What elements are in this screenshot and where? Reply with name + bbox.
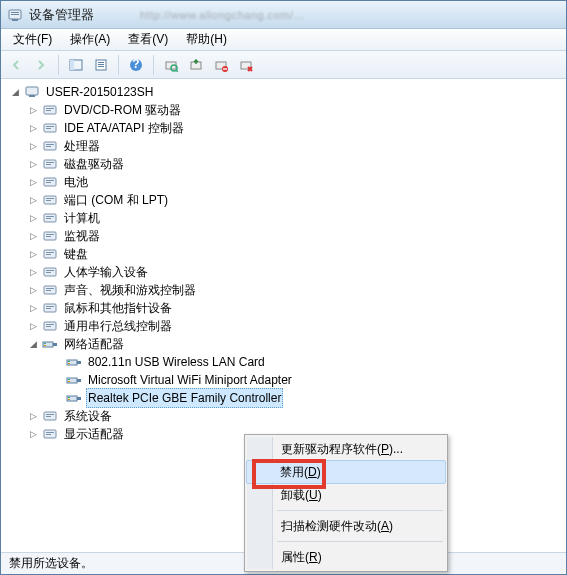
svg-rect-8 <box>98 64 104 65</box>
expand-icon[interactable]: ▷ <box>27 320 39 332</box>
expand-icon[interactable]: ▷ <box>27 410 39 422</box>
context-menu-item[interactable]: 扫描检测硬件改动(A) <box>247 514 445 538</box>
expand-icon[interactable]: ▷ <box>27 140 39 152</box>
device-icon <box>42 156 58 172</box>
tree-node[interactable]: ▷通用串行总线控制器 <box>3 317 564 335</box>
context-menu: 更新驱动程序软件(P)...禁用(D)卸载(U)扫描检测硬件改动(A)属性(R) <box>244 434 448 572</box>
menu-help[interactable]: 帮助(H) <box>178 29 235 50</box>
svg-rect-25 <box>46 126 54 127</box>
expand-icon[interactable]: ▷ <box>27 212 39 224</box>
properties-button[interactable] <box>90 54 112 76</box>
device-icon <box>42 210 58 226</box>
tree-node[interactable]: ▷IDE ATA/ATAPI 控制器 <box>3 119 564 137</box>
svg-rect-5 <box>70 60 74 70</box>
svg-rect-64 <box>67 360 77 365</box>
tree-node-label: 802.11n USB Wireless LAN Card <box>86 353 267 371</box>
svg-rect-19 <box>26 87 38 95</box>
context-menu-item[interactable]: 卸载(U) <box>247 483 445 507</box>
uninstall-button[interactable] <box>235 54 257 76</box>
svg-rect-53 <box>46 290 51 291</box>
disable-button[interactable] <box>210 54 232 76</box>
tree-node[interactable]: ▷监视器 <box>3 227 564 245</box>
svg-rect-50 <box>46 272 51 273</box>
collapse-icon[interactable]: ◢ <box>27 338 39 350</box>
tree-node[interactable]: ▷磁盘驱动器 <box>3 155 564 173</box>
expand-icon[interactable]: ▷ <box>27 122 39 134</box>
svg-rect-63 <box>44 345 46 346</box>
tree-node[interactable]: ▷计算机 <box>3 209 564 227</box>
tree-node[interactable]: ▷802.11n USB Wireless LAN Card <box>3 353 564 371</box>
svg-rect-62 <box>44 343 46 344</box>
tree-node-label: Realtek PCIe GBE Family Controller <box>86 388 283 408</box>
svg-rect-55 <box>46 306 54 307</box>
titlebar: 设备管理器 http://www.allongchang.com/… <box>1 1 566 29</box>
tree-node-label: 计算机 <box>62 209 102 227</box>
scan-hardware-button[interactable] <box>160 54 182 76</box>
tree-node-label: USER-20150123SH <box>44 83 155 101</box>
expand-icon[interactable]: ▷ <box>27 230 39 242</box>
svg-rect-28 <box>46 144 54 145</box>
menu-file[interactable]: 文件(F) <box>5 29 60 50</box>
expand-icon[interactable]: ▷ <box>27 266 39 278</box>
svg-rect-38 <box>46 200 51 201</box>
tree-node[interactable]: ▷键盘 <box>3 245 564 263</box>
svg-rect-9 <box>98 66 104 67</box>
tree-node-label: Microsoft Virtual WiFi Miniport Adapter <box>86 371 294 389</box>
app-icon <box>7 7 23 23</box>
window-title: 设备管理器 <box>29 6 94 24</box>
tree-node[interactable]: ▷端口 (COM 和 LPT) <box>3 191 564 209</box>
tree-node-label: 网络适配器 <box>62 335 126 353</box>
expand-icon[interactable]: ▷ <box>27 428 39 440</box>
tree-node[interactable]: ◢网络适配器 <box>3 335 564 353</box>
device-icon <box>42 318 58 334</box>
svg-rect-22 <box>46 108 54 109</box>
expand-icon[interactable]: ▷ <box>27 248 39 260</box>
tree-node[interactable]: ◢USER-20150123SH <box>3 83 564 101</box>
expand-icon[interactable]: ▷ <box>27 284 39 296</box>
expand-icon[interactable]: ▷ <box>27 176 39 188</box>
tree-node-label: 监视器 <box>62 227 102 245</box>
menu-action[interactable]: 操作(A) <box>62 29 118 50</box>
device-icon <box>42 426 58 442</box>
tree-node[interactable]: ▷Realtek PCIe GBE Family Controller <box>3 389 564 407</box>
tree-node[interactable]: ▷Microsoft Virtual WiFi Miniport Adapter <box>3 371 564 389</box>
net-icon <box>66 354 82 370</box>
tree-node[interactable]: ▷系统设备 <box>3 407 564 425</box>
tree-node[interactable]: ▷声音、视频和游戏控制器 <box>3 281 564 299</box>
context-menu-item[interactable]: 禁用(D) <box>246 460 446 484</box>
tree-node-label: 端口 (COM 和 LPT) <box>62 191 170 209</box>
svg-rect-49 <box>46 270 54 271</box>
toolbar-separator <box>153 55 154 75</box>
svg-rect-23 <box>46 110 51 111</box>
menu-view[interactable]: 查看(V) <box>120 29 176 50</box>
context-menu-item[interactable]: 属性(R) <box>247 545 445 569</box>
tree-node-label: 系统设备 <box>62 407 114 425</box>
svg-rect-68 <box>67 378 77 383</box>
collapse-icon[interactable]: ◢ <box>9 86 21 98</box>
device-icon <box>42 246 58 262</box>
tree-node[interactable]: ▷人体学输入设备 <box>3 263 564 281</box>
address-blur: http://www.allongchang.com/… <box>140 9 305 21</box>
tree-node[interactable]: ▷鼠标和其他指针设备 <box>3 299 564 317</box>
expand-icon[interactable]: ▷ <box>27 104 39 116</box>
help-button[interactable]: ? <box>125 54 147 76</box>
tree-node[interactable]: ▷处理器 <box>3 137 564 155</box>
context-menu-item[interactable]: 更新驱动程序软件(P)... <box>247 437 445 461</box>
show-hide-console-button[interactable] <box>65 54 87 76</box>
device-icon <box>42 174 58 190</box>
computer-icon <box>24 84 40 100</box>
tree-node[interactable]: ▷电池 <box>3 173 564 191</box>
svg-text:?: ? <box>132 58 139 71</box>
expand-icon[interactable]: ▷ <box>27 302 39 314</box>
svg-rect-59 <box>46 326 51 327</box>
svg-rect-47 <box>46 254 51 255</box>
expand-icon[interactable]: ▷ <box>27 158 39 170</box>
svg-rect-69 <box>77 379 81 382</box>
net-icon <box>42 336 58 352</box>
tree-node-label: IDE ATA/ATAPI 控制器 <box>62 119 186 137</box>
svg-rect-37 <box>46 198 54 199</box>
update-driver-button[interactable] <box>185 54 207 76</box>
tree-node[interactable]: ▷DVD/CD-ROM 驱动器 <box>3 101 564 119</box>
net-icon <box>66 372 82 388</box>
expand-icon[interactable]: ▷ <box>27 194 39 206</box>
